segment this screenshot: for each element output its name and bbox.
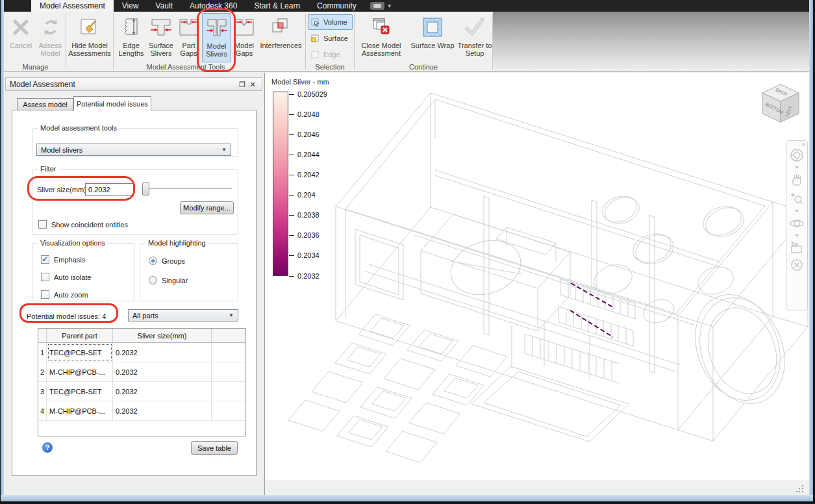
surface-wrap-button[interactable]: Surface Wrap [408,13,457,62]
tab-assess-model[interactable]: Assess model [17,98,73,110]
interferences-button[interactable]: Interferences [257,13,305,62]
close-model-assessment-button[interactable]: Close Model Assessment [356,13,407,62]
orbit-icon[interactable] [789,216,805,231]
navigation-bar: ⊗ [786,140,808,310]
resize-grip[interactable] [796,485,804,493]
cancel-button[interactable]: Cancel [6,13,35,62]
pan-hand-icon[interactable] [789,172,805,188]
tab-potential-model-issues[interactable]: Potential model issues [73,96,151,111]
sliver-size-slider-thumb[interactable] [142,183,149,195]
parts-filter-combo[interactable]: All parts ▼ [128,309,238,321]
close-panel-icon[interactable]: ✕ [247,80,258,89]
float-panel-icon[interactable]: ❐ [237,80,247,89]
tab-autodesk-360[interactable]: Autodesk 360 [181,0,245,12]
auto-zoom-checkbox[interactable] [41,290,49,299]
singular-label: Singular [162,277,188,284]
sliver-size-cell[interactable]: 0.2032 [113,382,212,401]
modify-range-button[interactable]: Modify range... [180,201,234,214]
ribbon-separator [354,14,355,69]
table-row[interactable]: 1 TEC@PCB-SET 0.2032 [38,343,245,362]
parts-filter-value: All parts [132,312,158,320]
selection-surface-button[interactable]: Surface [308,31,353,46]
tab-start-learn[interactable]: Start & Learn [245,0,308,12]
save-table-button[interactable]: Save table [191,441,238,455]
menubar-spacer [4,0,31,12]
surface-icon [311,34,320,43]
part-gaps-button[interactable]: Part Gaps [176,13,201,62]
edge-lengths-label: Edge Lengths [116,42,146,57]
chevron-down-icon[interactable] [795,166,799,169]
tab-model-assessment[interactable]: Model Assessment [31,0,114,12]
row-number: 1 [38,343,47,362]
auto-zoom-label: Auto zoom [54,291,88,299]
parent-part-cell[interactable]: TEC@PCB-SET [47,382,113,401]
assess-model-button[interactable]: Assess Model [35,13,66,62]
auto-isolate-checkbox[interactable] [41,273,49,281]
selection-edge-button[interactable]: Edge [308,47,353,62]
transfer-to-setup-button[interactable]: Transfer to Setup [457,13,492,62]
row-number: 4 [38,401,47,420]
chevron-down-icon[interactable] [795,210,799,212]
chevron-down-icon: ▼ [221,147,227,153]
groups-radio[interactable] [149,257,157,265]
edge-lengths-button[interactable]: Edge Lengths [116,13,146,62]
parent-part-cell[interactable]: TEC@PCB-SET [47,343,113,362]
close-circle-icon[interactable] [790,258,804,272]
close-assessment-icon [370,13,392,42]
sliver-size-header[interactable]: Sliver size(mm) [113,329,212,342]
emphasis-label: Emphasis [54,256,85,264]
legend-tick: 0.2044 [289,151,320,158]
parent-part-cell[interactable]: M-CHIP@PCB-... [47,362,113,381]
model-slivers-icon [205,14,229,42]
viewport-3d-canvas[interactable]: Model Sliver - mm 0.205029 0.2048 0.2046… [265,73,809,481]
singular-radio[interactable] [149,276,157,284]
sliver-size-slider-track[interactable] [144,188,232,190]
table-row[interactable]: 3 TEC@PCB-SET 0.2032 [38,382,245,401]
chevron-down-icon[interactable] [795,234,799,237]
legend-title: Model Sliver - mm [271,78,329,86]
model-slivers-button[interactable]: Model Slivers [202,13,231,62]
sliver-size-cell[interactable]: 0.2032 [113,362,212,381]
emphasis-checkbox[interactable]: ✓ [41,255,49,264]
panel-header: Model Assessment ❐ ✕ [5,77,262,91]
help-icon[interactable]: ? [42,442,53,453]
group-label-tools: Model Assessment Tools [66,62,305,72]
volume-icon [311,18,320,27]
legend-tick: 0.2038 [289,211,320,219]
legend-tick: 0.2048 [289,110,320,118]
show-coincident-checkbox[interactable] [38,220,47,229]
tab-view[interactable]: View [114,0,147,12]
refresh-icon [41,13,60,42]
navbar-close-icon[interactable]: ⊗ [801,142,806,147]
chevron-down-icon: ▼ [229,312,234,318]
legend-tick: 0.2034 [289,251,320,259]
surface-slivers-button[interactable]: Surface Slivers [146,13,176,62]
hide-model-assessments-button[interactable]: Hide Model Assessments [68,13,111,62]
ribbon-separator [492,14,493,69]
table-header-row: Parent part Sliver size(mm) [38,329,245,343]
table-row[interactable]: 2 M-CHIP@PCB-... 0.2032 [38,362,245,382]
assessment-tool-combo[interactable]: Model slivers ▼ [36,144,231,156]
group-label: Filter [38,165,58,173]
tab-vault[interactable]: Vault [147,0,181,12]
steering-wheel-icon[interactable] [789,147,805,163]
model-gaps-button[interactable]: Model Gaps [232,13,257,62]
screencast-menu-button[interactable]: ▼ [365,0,397,12]
view-cube[interactable]: BACK BOTTOM LEFT [760,83,801,130]
table-row[interactable]: 4 M-CHIP@PCB-... 0.2032 [38,401,245,421]
showmotion-icon[interactable] [789,240,805,255]
zoom-icon[interactable] [789,191,805,207]
tab-community[interactable]: Community [308,0,365,12]
selection-volume-button[interactable]: Volume [308,14,353,30]
parent-part-cell[interactable]: M-CHIP@PCB-... [47,401,113,420]
sliver-size-input[interactable] [85,183,134,196]
parent-part-header[interactable]: Parent part [47,329,113,342]
sliver-size-cell[interactable]: 0.2032 [113,343,212,362]
auto-isolate-label: Auto isolate [54,273,91,281]
status-strip [265,481,809,495]
assess-model-label: Assess Model [35,42,66,57]
sliver-size-label: Sliver size(mm) [37,186,86,194]
sliver-size-cell[interactable]: 0.2032 [113,401,212,420]
groups-label: Groups [162,257,185,265]
model-gaps-icon [233,13,255,42]
